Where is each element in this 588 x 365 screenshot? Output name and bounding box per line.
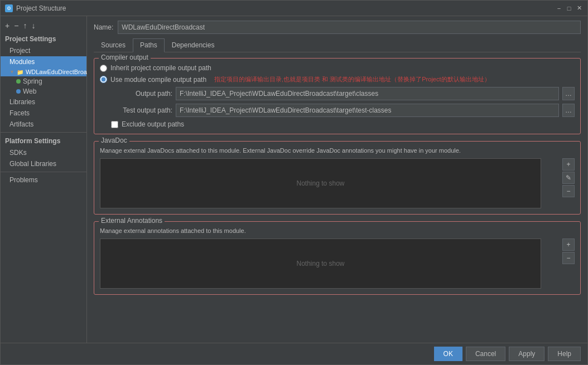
- module-web-item[interactable]: Web: [1, 86, 86, 96]
- sidebar: + − ↑ ↓ Project Settings Project Modules…: [1, 16, 87, 343]
- exclude-output-row: Exclude output paths: [100, 120, 575, 128]
- output-path-browse-button[interactable]: …: [562, 87, 575, 100]
- module-tree-item[interactable]: ▼ 📁 WDLawEduDirectBroadcast: [1, 67, 86, 76]
- sidebar-divider: [1, 132, 86, 133]
- sidebar-item-modules[interactable]: Modules: [1, 56, 86, 67]
- move-up-button[interactable]: ↑: [22, 22, 28, 30]
- external-annotations-title: External Annotations: [99, 217, 165, 225]
- javadoc-section: JavaDoc Manage external JavaDocs attache…: [94, 141, 581, 215]
- name-row: Name:: [94, 21, 581, 34]
- inherit-radio[interactable]: [100, 65, 107, 72]
- sidebar-item-libraries-label: Libraries: [9, 98, 35, 106]
- sidebar-divider-2: [1, 172, 86, 172]
- external-annotations-section: External Annotations Manage external ann…: [94, 221, 581, 295]
- test-output-path-row: Test output path: …: [100, 104, 575, 117]
- web-dot-icon: [16, 89, 21, 94]
- test-output-path-label: Test output path:: [111, 106, 172, 114]
- output-path-label: Output path:: [111, 90, 172, 98]
- sidebar-item-artifacts[interactable]: Artifacts: [1, 119, 86, 130]
- tooltip-text: 指定项目的编译输出目录,也就是项目类 和 测试类的编译输出地址（替换掉了Proj…: [214, 75, 490, 84]
- ok-button[interactable]: OK: [434, 347, 462, 361]
- main-content: Name: Sources Paths Dependencies Compile…: [87, 16, 587, 343]
- module-spring-item[interactable]: Spring: [1, 76, 86, 86]
- javadoc-remove-button[interactable]: −: [562, 185, 575, 197]
- help-button[interactable]: Help: [548, 347, 581, 361]
- add-module-button[interactable]: +: [4, 22, 11, 30]
- close-button[interactable]: ✕: [575, 4, 583, 12]
- inherit-label: Inherit project compile output path: [110, 64, 211, 72]
- platform-settings-header: Platform Settings: [1, 135, 86, 147]
- ext-ann-add-button[interactable]: +: [562, 239, 575, 251]
- sidebar-item-project[interactable]: Project: [1, 45, 86, 56]
- javadoc-title: JavaDoc: [99, 137, 129, 144]
- compiler-output-section: Compiler output Inherit project compile …: [94, 58, 581, 134]
- spring-label: Spring: [23, 77, 42, 85]
- tree-expand-icon: ▼: [9, 69, 15, 75]
- remove-module-button[interactable]: −: [13, 22, 20, 30]
- sidebar-toolbar: + − ↑ ↓: [1, 18, 86, 33]
- sidebar-item-facets[interactable]: Facets: [1, 108, 86, 119]
- title-bar: ⚙ Project Structure − □ ✕: [1, 1, 587, 16]
- module-option-label: Use module compile output path: [110, 76, 206, 84]
- sidebar-item-problems[interactable]: Problems: [1, 174, 86, 186]
- sidebar-item-facets-label: Facets: [9, 109, 30, 117]
- ext-ann-list: Nothing to show: [100, 239, 541, 289]
- project-settings-header: Project Settings: [1, 33, 86, 45]
- dialog-icon: ⚙: [5, 4, 13, 12]
- module-option-row: Use module compile output path 指定项目的编译输出…: [100, 75, 575, 84]
- sidebar-item-modules-label: Modules: [9, 58, 35, 66]
- dialog-title: Project Structure: [16, 4, 66, 12]
- output-path-input[interactable]: [176, 87, 559, 100]
- javadoc-list: Nothing to show: [100, 158, 541, 208]
- tab-paths[interactable]: Paths: [133, 38, 165, 52]
- compiler-output-title: Compiler output: [99, 53, 151, 61]
- javadoc-edit-button[interactable]: ✎: [562, 172, 575, 184]
- javadoc-add-button[interactable]: +: [562, 158, 575, 171]
- module-radio[interactable]: [100, 76, 107, 83]
- move-down-button[interactable]: ↓: [30, 22, 36, 30]
- exclude-checkbox[interactable]: [111, 121, 118, 128]
- tabs-row: Sources Paths Dependencies: [94, 38, 581, 52]
- sidebar-item-problems-label: Problems: [9, 176, 38, 184]
- sidebar-item-artifacts-label: Artifacts: [9, 120, 33, 128]
- test-output-path-input[interactable]: [176, 104, 559, 117]
- ext-ann-remove-button[interactable]: −: [562, 252, 575, 264]
- project-structure-dialog: ⚙ Project Structure − □ ✕ + − ↑ ↓ Projec…: [0, 0, 588, 365]
- tab-dependencies[interactable]: Dependencies: [165, 38, 222, 52]
- javadoc-buttons: + ✎ −: [562, 158, 575, 208]
- module-folder-icon: 📁: [17, 69, 23, 75]
- sidebar-item-global-libraries-label: Global Libraries: [9, 160, 56, 168]
- ext-ann-buttons: + −: [562, 239, 575, 289]
- sidebar-item-project-label: Project: [9, 47, 30, 55]
- sidebar-item-sdks-label: SDKs: [9, 149, 27, 157]
- apply-button[interactable]: Apply: [509, 347, 544, 361]
- exclude-label: Exclude output paths: [122, 120, 184, 128]
- sidebar-item-libraries[interactable]: Libraries: [1, 96, 86, 108]
- external-annotations-description: Manage external annotations attached to …: [100, 227, 575, 234]
- javadoc-empty-text: Nothing to show: [296, 179, 344, 187]
- sidebar-item-sdks[interactable]: SDKs: [1, 147, 86, 158]
- spring-dot-icon: [16, 79, 21, 84]
- name-input[interactable]: [118, 21, 581, 34]
- test-output-path-browse-button[interactable]: …: [562, 104, 575, 117]
- maximize-button[interactable]: □: [565, 4, 573, 12]
- window-controls: − □ ✕: [555, 4, 583, 12]
- sidebar-item-global-libraries[interactable]: Global Libraries: [1, 158, 86, 169]
- output-path-row: Output path: …: [100, 87, 575, 100]
- web-label: Web: [23, 87, 36, 95]
- ext-ann-list-wrapper: Nothing to show: [100, 239, 541, 289]
- dialog-body: + − ↑ ↓ Project Settings Project Modules…: [1, 16, 587, 343]
- cancel-button[interactable]: Cancel: [466, 347, 505, 361]
- dialog-footer: OK Cancel Apply Help: [1, 343, 587, 364]
- name-label: Name:: [94, 23, 113, 31]
- minimize-button[interactable]: −: [555, 4, 563, 12]
- tab-sources[interactable]: Sources: [94, 38, 133, 52]
- javadoc-description: Manage external JavaDocs attached to thi…: [100, 147, 575, 154]
- javadoc-list-wrapper: Nothing to show: [100, 158, 541, 208]
- ext-ann-empty-text: Nothing to show: [296, 260, 344, 267]
- inherit-option-row: Inherit project compile output path: [100, 64, 575, 72]
